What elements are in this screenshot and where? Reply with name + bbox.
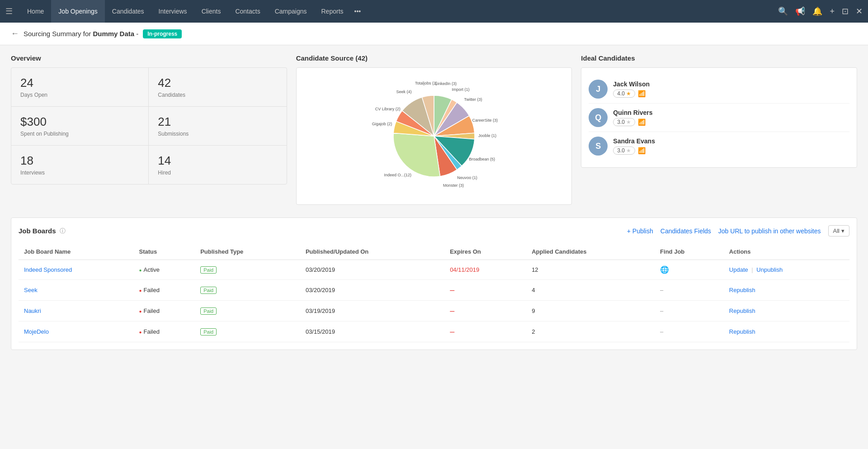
publish-button[interactable]: + Publish (627, 227, 653, 235)
expires-dash: – (450, 306, 454, 315)
col-actions: Actions (724, 244, 849, 260)
find-job-dash: – (660, 328, 663, 335)
ideal-candidates-title: Ideal Candidates (581, 54, 857, 62)
cell-expires-on: – (444, 321, 526, 342)
avatar-j: J (589, 80, 608, 99)
pie-label: Import (1) (452, 87, 469, 92)
candidate-info-jack: Jack Wilson 4.0 ★ 📶 (613, 80, 849, 98)
failed-dot-icon: ● (139, 309, 142, 314)
col-name: Job Board Name (19, 244, 133, 260)
rating-badge-jack: 4.0 ★ (613, 90, 635, 98)
nav-clients[interactable]: Clients (194, 0, 228, 23)
rating-badge-sandra: 3.0 ★ (613, 147, 635, 155)
job-boards-title: Job Boards (19, 227, 56, 235)
pie-label: Indeed O...(12) (384, 173, 411, 177)
candidates-fields-link[interactable]: Candidates Fields (660, 227, 711, 235)
expires-date: 04/11/2019 (450, 266, 479, 273)
candidate-info-sandra: Sandra Evans 3.0 ★ 📶 (613, 137, 849, 155)
overview-stats: 24 Days Open 42 Candidates $300 Spent on… (11, 67, 287, 184)
failed-dot-icon: ● (139, 330, 142, 335)
paid-badge: Paid (200, 266, 217, 274)
pie-label: Totaljobs (2) (415, 81, 437, 85)
back-button[interactable]: ← (11, 29, 19, 38)
cell-actions: Update | Unpublish (724, 260, 849, 280)
cell-board-name: Indeed Sponsored (19, 260, 133, 280)
candidate-name-sandra: Sandra Evans (613, 137, 849, 145)
grid-icon[interactable]: ⊡ (842, 6, 849, 16)
expires-dash: – (450, 327, 454, 336)
info-icon: ⓘ (60, 227, 66, 235)
chevron-down-icon: ▾ (841, 227, 844, 234)
col-published-on: Published/Updated On (300, 244, 444, 260)
action-unpublish[interactable]: Unpublish (756, 266, 783, 273)
job-boards-header: Job Boards ⓘ + Publish Candidates Fields… (19, 225, 849, 236)
cell-find-job: – (655, 321, 724, 342)
nav-more[interactable]: ••• (351, 8, 365, 15)
job-url-link[interactable]: Job URL to publish in other websites (718, 227, 821, 235)
find-job-dash: – (660, 307, 663, 314)
rating-badge-quinn: 3.0 ★ (613, 118, 635, 126)
nav-campaigns[interactable]: Campaigns (268, 0, 314, 23)
nav-icons: 🔍 📢 🔔 + ⊡ ✕ (778, 6, 863, 16)
overview-section: Overview 24 Days Open 42 Candidates $300… (11, 54, 287, 205)
cell-find-job: – (655, 301, 724, 321)
action-update[interactable]: Update (729, 266, 748, 273)
board-name-link[interactable]: Seek (24, 287, 38, 293)
nav-interviews[interactable]: Interviews (151, 0, 194, 23)
pie-label: Twitter (3) (464, 97, 482, 102)
nav-reports[interactable]: Reports (314, 0, 351, 23)
menu-icon[interactable]: ☰ (5, 6, 13, 16)
signal-icon-quinn: 📶 (638, 118, 646, 126)
candidate-sandra-evans: S Sandra Evans 3.0 ★ 📶 (589, 132, 849, 160)
globe-icon[interactable]: 🌐 (660, 266, 669, 274)
board-name-link[interactable]: Naukri (24, 307, 41, 314)
add-icon[interactable]: + (830, 7, 835, 16)
pie-label: Broadbean (5) (469, 157, 495, 161)
action-republish[interactable]: Republish (729, 307, 755, 314)
job-boards-table: Job Board Name Status Published Type Pub… (19, 244, 849, 342)
announcement-icon[interactable]: 📢 (795, 6, 805, 16)
board-name-link[interactable]: Indeed Sponsored (24, 266, 72, 273)
pie-label: Neuvoo (1) (457, 175, 477, 180)
candidate-name-jack: Jack Wilson (613, 80, 849, 88)
col-published-type: Published Type (195, 244, 300, 260)
candidate-name-quinn: Quinn Rivers (613, 109, 849, 116)
ideal-candidates-card: J Jack Wilson 4.0 ★ 📶 Q (581, 67, 857, 168)
nav-home[interactable]: Home (20, 0, 51, 23)
table-row: Indeed Sponsored●ActivePaid03/20/201904/… (19, 260, 849, 280)
cell-status: ●Active (133, 260, 195, 280)
candidate-source-title: Candidate Source (42) (296, 54, 572, 62)
table-row: Seek●FailedPaid03/20/2019–4–Republish (19, 280, 849, 301)
board-name-link[interactable]: MojeDelo (24, 328, 49, 335)
cell-applied: 2 (526, 321, 655, 342)
stat-interviews: 18 Interviews (11, 146, 149, 184)
nav-contacts[interactable]: Contacts (228, 0, 267, 23)
candidate-rating-sandra: 3.0 ★ 📶 (613, 147, 849, 155)
candidate-source-section: Candidate Source (42) LinkedIn (3)Import… (296, 54, 572, 205)
star-icon-jack: ★ (626, 90, 631, 97)
pie-label: CareerSite (3) (472, 118, 498, 123)
cell-applied: 4 (526, 280, 655, 301)
paid-badge: Paid (200, 307, 217, 315)
star-icon-quinn: ★ (626, 119, 631, 125)
job-boards-actions: + Publish Candidates Fields Job URL to p… (627, 225, 849, 236)
bell-icon[interactable]: 🔔 (812, 6, 822, 16)
status-badge: In-progress (143, 29, 182, 38)
search-icon[interactable]: 🔍 (778, 6, 788, 16)
cell-expires-on: 04/11/2019 (444, 260, 526, 280)
pie-label: Monster (3) (443, 183, 464, 188)
page-header: ← Sourcing Summary for Dummy Data - In-p… (0, 23, 868, 45)
action-republish[interactable]: Republish (729, 328, 755, 335)
nav-job-openings[interactable]: Job Openings (51, 0, 104, 23)
active-dot-icon: ● (139, 268, 142, 273)
nav-candidates[interactable]: Candidates (105, 0, 151, 23)
candidate-quinn-rivers: Q Quinn Rivers 3.0 ★ 📶 (589, 104, 849, 132)
stat-hired: 14 Hired (149, 146, 286, 184)
overview-title: Overview (11, 54, 287, 62)
filter-dropdown[interactable]: All ▾ (828, 225, 849, 236)
cell-published-on: 03/20/2019 (300, 260, 444, 280)
stat-candidates: 42 Candidates (149, 68, 286, 107)
pie-chart: LinkedIn (3)Import (1)Twitter (3)CareerS… (337, 75, 531, 197)
action-republish[interactable]: Republish (729, 287, 755, 293)
close-icon[interactable]: ✕ (856, 6, 863, 16)
